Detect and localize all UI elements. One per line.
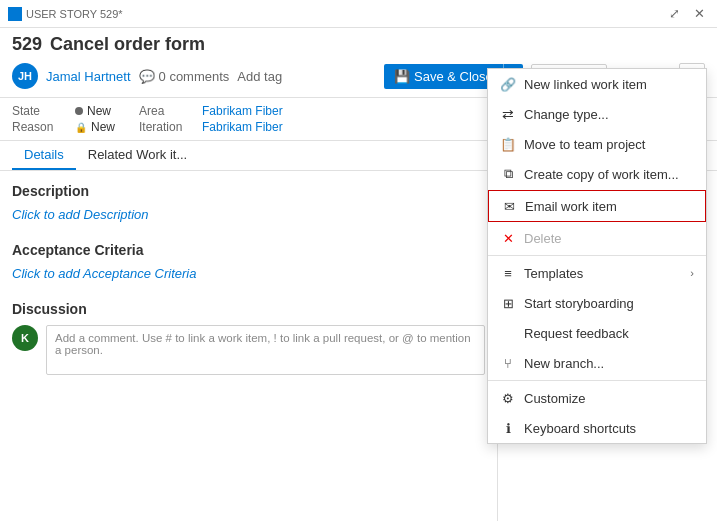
discussion-title: Discussion xyxy=(12,301,485,317)
menu-item-storyboard[interactable]: ⊞ Start storyboarding xyxy=(488,288,706,318)
dropdown-menu: 🔗 New linked work item ⇄ Change type... … xyxy=(487,68,707,444)
expand-button[interactable]: ⤢ xyxy=(665,4,684,23)
title-bar-controls: ⤢ ✕ xyxy=(665,4,709,23)
menu-item-feedback[interactable]: Request feedback xyxy=(488,318,706,348)
customize-icon: ⚙ xyxy=(500,390,516,406)
work-item-icon xyxy=(8,7,22,21)
acceptance-title: Acceptance Criteria xyxy=(12,242,485,258)
email-label: Email work item xyxy=(525,199,617,214)
close-button[interactable]: ✕ xyxy=(690,4,709,23)
state-dot xyxy=(75,107,83,115)
lock-icon: 🔒 xyxy=(75,122,87,133)
tab-details[interactable]: Details xyxy=(12,141,76,170)
reason-value[interactable]: 🔒 New xyxy=(75,120,115,134)
menu-item-create-copy[interactable]: ⧉ Create copy of work item... xyxy=(488,159,706,189)
comments-button[interactable]: 💬 0 comments xyxy=(139,69,230,84)
new-linked-icon: 🔗 xyxy=(500,76,516,92)
area-value[interactable]: Fabrikam Fiber xyxy=(202,104,283,118)
state-label: State xyxy=(12,104,67,118)
state-value[interactable]: New xyxy=(75,104,111,118)
menu-item-email[interactable]: ✉ Email work item xyxy=(488,190,706,222)
change-type-label: Change type... xyxy=(524,107,609,122)
move-team-icon: 📋 xyxy=(500,136,516,152)
menu-item-move-team[interactable]: 📋 Move to team project xyxy=(488,129,706,159)
acceptance-placeholder[interactable]: Click to add Acceptance Criteria xyxy=(12,266,485,281)
area-row: Area Fabrikam Fiber xyxy=(139,104,283,118)
menu-item-shortcuts[interactable]: ℹ Keyboard shortcuts xyxy=(488,413,706,443)
comments-count: 0 comments xyxy=(159,69,230,84)
title-bar-left: USER STORY 529* xyxy=(8,7,123,21)
acceptance-section: Acceptance Criteria Click to add Accepta… xyxy=(12,242,485,281)
description-placeholder[interactable]: Click to add Description xyxy=(12,207,485,222)
work-item-title: Cancel order form xyxy=(50,34,205,55)
email-icon: ✉ xyxy=(501,198,517,214)
user-name[interactable]: Jamal Hartnett xyxy=(46,69,131,84)
new-linked-label: New linked work item xyxy=(524,77,647,92)
feedback-label: Request feedback xyxy=(524,326,629,341)
storyboard-label: Start storyboarding xyxy=(524,296,634,311)
menu-item-change-type[interactable]: ⇄ Change type... xyxy=(488,99,706,129)
iteration-value[interactable]: Fabrikam Fiber xyxy=(202,120,283,134)
shortcuts-icon: ℹ xyxy=(500,420,516,436)
discussion-section: Discussion K Add a comment. Use # to lin… xyxy=(12,301,485,375)
left-panel: Description Click to add Description Acc… xyxy=(0,171,497,521)
add-tag-button[interactable]: Add tag xyxy=(237,69,282,84)
discussion-avatar: K xyxy=(12,325,38,351)
work-item-id: 529 xyxy=(12,34,42,55)
delete-icon: ✕ xyxy=(500,230,516,246)
save-icon: 💾 xyxy=(394,69,410,84)
menu-item-delete[interactable]: ✕ Delete xyxy=(488,223,706,253)
customize-label: Customize xyxy=(524,391,585,406)
storyboard-icon: ⊞ xyxy=(500,295,516,311)
title-bar: USER STORY 529* ⤢ ✕ xyxy=(0,0,717,28)
templates-label: Templates xyxy=(524,266,583,281)
menu-divider-1 xyxy=(488,255,706,256)
menu-item-new-branch[interactable]: ⑂ New branch... xyxy=(488,348,706,378)
work-item-title-row: 529 Cancel order form xyxy=(12,34,705,55)
menu-divider-2 xyxy=(488,380,706,381)
state-field-group: State New Reason 🔒 New xyxy=(12,104,115,134)
new-branch-icon: ⑂ xyxy=(500,355,516,371)
create-copy-icon: ⧉ xyxy=(500,166,516,182)
templates-icon: ≡ xyxy=(500,265,516,281)
move-team-label: Move to team project xyxy=(524,137,645,152)
title-bar-label: USER STORY 529* xyxy=(26,8,123,20)
tab-related-work[interactable]: Related Work it... xyxy=(76,141,199,170)
change-type-icon: ⇄ xyxy=(500,106,516,122)
new-branch-label: New branch... xyxy=(524,356,604,371)
menu-item-customize[interactable]: ⚙ Customize xyxy=(488,383,706,413)
discussion-input-row: K Add a comment. Use # to link a work it… xyxy=(12,325,485,375)
menu-item-templates[interactable]: ≡ Templates › xyxy=(488,258,706,288)
reason-label: Reason xyxy=(12,120,67,134)
iteration-label: Iteration xyxy=(139,120,194,134)
templates-arrow-icon: › xyxy=(690,267,694,279)
menu-item-new-linked[interactable]: 🔗 New linked work item xyxy=(488,69,706,99)
save-close-label[interactable]: 💾 Save & Close xyxy=(384,64,502,89)
iteration-row: Iteration Fabrikam Fiber xyxy=(139,120,283,134)
shortcuts-label: Keyboard shortcuts xyxy=(524,421,636,436)
discussion-input[interactable]: Add a comment. Use # to link a work item… xyxy=(46,325,485,375)
area-label: Area xyxy=(139,104,194,118)
avatar: JH xyxy=(12,63,38,89)
feedback-icon xyxy=(500,325,516,341)
state-row: State New xyxy=(12,104,115,118)
delete-label: Delete xyxy=(524,231,562,246)
area-field-group: Area Fabrikam Fiber Iteration Fabrikam F… xyxy=(139,104,283,134)
comment-icon: 💬 xyxy=(139,69,155,84)
reason-row: Reason 🔒 New xyxy=(12,120,115,134)
create-copy-label: Create copy of work item... xyxy=(524,167,679,182)
description-section: Description Click to add Description xyxy=(12,183,485,222)
description-title: Description xyxy=(12,183,485,199)
